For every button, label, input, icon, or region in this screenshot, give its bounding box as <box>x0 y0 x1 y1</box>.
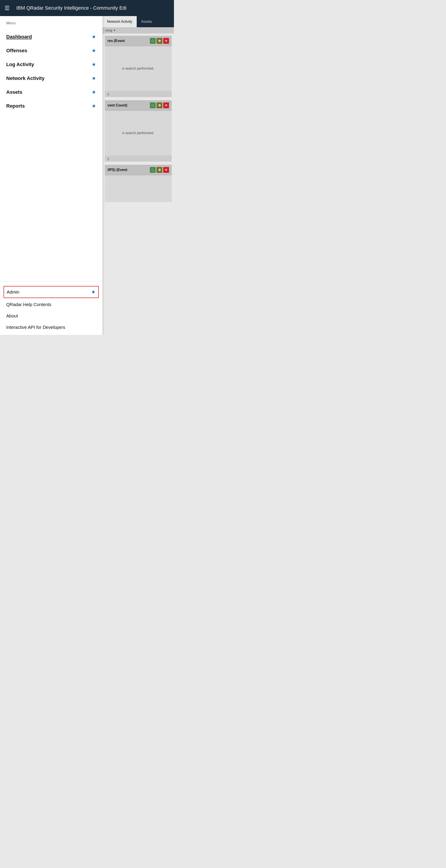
sidebar-item-offenses-label: Offenses <box>6 48 27 54</box>
tab-assets-label: Assets <box>141 20 152 24</box>
sidebar-item-reports-star[interactable]: ★ <box>92 103 96 109</box>
panel-2-extra-text: y. <box>107 157 110 160</box>
panel-1: res (Event □ ⚙ ✕ e search performed. y. <box>105 36 172 97</box>
panel-1-close-btn[interactable]: ✕ <box>163 38 169 44</box>
content-panels: res (Event □ ⚙ ✕ e search performed. y. <box>103 33 174 208</box>
sidebar-item-assets-label: Assets <box>6 89 22 95</box>
hamburger-icon[interactable]: ☰ <box>4 5 9 11</box>
top-bar: ☰ IBM QRadar Security Intelligence - Com… <box>0 0 174 16</box>
sidebar-item-help[interactable]: QRadar Help Contents <box>0 299 102 310</box>
app-title: IBM QRadar Security Intelligence - Commu… <box>16 5 127 11</box>
panel-1-resize-btn[interactable]: □ <box>150 38 156 44</box>
sidebar-item-log-activity-label: Log Activity <box>6 62 34 67</box>
panel-1-no-search-msg: e search performed. <box>122 66 154 70</box>
panel-2-resize-btn[interactable]: □ <box>150 102 156 108</box>
panel-1-header: res (Event □ ⚙ ✕ <box>105 36 172 46</box>
content-area: Network Activity Assets oring ▼ res (Eve… <box>103 16 174 335</box>
sidebar-item-assets[interactable]: Assets ★ <box>0 85 102 99</box>
toolbar-row: oring ▼ <box>103 27 174 33</box>
panel-2-title: vent Count) <box>107 103 127 107</box>
tab-assets[interactable]: Assets <box>137 16 156 27</box>
panel-1-controls: □ ⚙ ✕ <box>150 38 169 44</box>
sidebar-item-dashboard-star[interactable]: ★ <box>92 34 96 40</box>
sidebar-item-reports-label: Reports <box>6 103 25 109</box>
sidebar-item-reports[interactable]: Reports ★ <box>0 99 102 113</box>
sidebar-item-admin[interactable]: Admin ★ <box>4 286 99 298</box>
sidebar-item-network-activity[interactable]: Network Activity ★ <box>0 71 102 85</box>
panel-3-title: /IPS) (Event <box>107 168 127 172</box>
panel-2-controls: □ ⚙ ✕ <box>150 102 169 108</box>
panel-1-extra-text: y. <box>107 92 110 96</box>
sidebar-item-admin-label: Admin <box>7 289 20 295</box>
sidebar-item-admin-star[interactable]: ★ <box>91 289 96 295</box>
sidebar-item-offenses-star[interactable]: ★ <box>92 48 96 54</box>
sidebar-item-assets-star[interactable]: ★ <box>92 89 96 95</box>
panel-3: /IPS) (Event □ ⚙ ✕ <box>105 165 172 202</box>
panel-2-close-btn[interactable]: ✕ <box>163 102 169 108</box>
chevron-down-icon: ▼ <box>113 29 116 32</box>
sidebar-item-dashboard-label: Dashboard <box>6 34 32 40</box>
panel-3-controls: □ ⚙ ✕ <box>150 167 169 173</box>
panel-1-title: res (Event <box>107 39 125 43</box>
sidebar-item-about-label: About <box>6 313 18 318</box>
panel-2-settings-btn[interactable]: ⚙ <box>157 102 162 108</box>
sidebar-item-about[interactable]: About <box>0 310 102 322</box>
main-layout: Menu Dashboard ★ Offenses ★ Log Activity… <box>0 16 174 335</box>
tab-network-activity-label: Network Activity <box>107 20 132 24</box>
sidebar-item-api-label: Interactive API for Developers <box>6 325 65 330</box>
toolbar-mode-label: oring <box>105 29 112 32</box>
panel-3-settings-btn[interactable]: ⚙ <box>157 167 162 173</box>
sidebar-item-dashboard[interactable]: Dashboard ★ <box>0 30 102 44</box>
sidebar-item-network-activity-star[interactable]: ★ <box>92 75 96 81</box>
sidebar-footer: Admin ★ QRadar Help Contents About Inter… <box>0 281 102 335</box>
tab-network-activity[interactable]: Network Activity <box>103 16 137 27</box>
panel-2-no-search-msg: e search performed. <box>122 131 154 135</box>
panel-2-header: vent Count) □ ⚙ ✕ <box>105 100 172 111</box>
tabs-row: Network Activity Assets <box>103 16 174 27</box>
panel-3-body <box>105 175 172 202</box>
sidebar-item-help-label: QRadar Help Contents <box>6 302 51 307</box>
sidebar-item-offenses[interactable]: Offenses ★ <box>0 44 102 58</box>
panel-3-close-btn[interactable]: ✕ <box>163 167 169 173</box>
sidebar-item-network-activity-label: Network Activity <box>6 75 44 81</box>
panel-1-settings-btn[interactable]: ⚙ <box>157 38 162 44</box>
sidebar-panel: Menu Dashboard ★ Offenses ★ Log Activity… <box>0 16 103 335</box>
panel-2-body: e search performed. <box>105 111 172 155</box>
sidebar-item-log-activity[interactable]: Log Activity ★ <box>0 58 102 71</box>
panel-2: vent Count) □ ⚙ ✕ e search performed. y. <box>105 100 172 162</box>
panel-1-body: e search performed. <box>105 46 172 91</box>
panel-3-header: /IPS) (Event □ ⚙ ✕ <box>105 165 172 175</box>
sidebar-item-log-activity-star[interactable]: ★ <box>92 62 96 67</box>
sidebar-header: Menu <box>0 16 102 28</box>
sidebar-nav: Dashboard ★ Offenses ★ Log Activity ★ Ne… <box>0 28 102 281</box>
panel-3-resize-btn[interactable]: □ <box>150 167 156 173</box>
sidebar-item-api[interactable]: Interactive API for Developers <box>0 322 102 333</box>
sidebar-menu-label: Menu <box>6 21 16 25</box>
